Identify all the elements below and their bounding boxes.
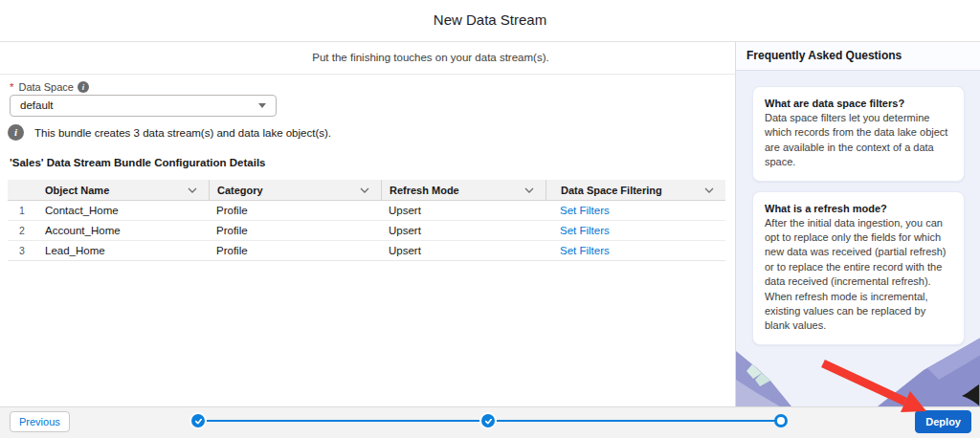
required-marker: * <box>10 81 13 93</box>
column-header-data-space-filtering[interactable]: Data Space Filtering <box>546 180 725 200</box>
faq-card-list: What are data space filters? Data space … <box>736 71 980 345</box>
previous-button[interactable]: Previous <box>10 411 70 432</box>
data-space-selected-value: default <box>20 96 54 116</box>
cell-refresh-mode: Upsert <box>381 201 546 220</box>
chevron-down-icon[interactable] <box>524 187 534 193</box>
set-filters-link[interactable]: Set Filters <box>560 245 610 256</box>
info-icon: i <box>8 124 24 141</box>
faq-answer: Data space filters let you determine whi… <box>765 111 952 170</box>
faq-card-refresh-mode: What is a refresh mode? After the initia… <box>752 191 965 345</box>
column-label: Refresh Mode <box>390 185 459 196</box>
row-number: 1 <box>8 201 36 220</box>
faq-heading: Frequently Asked Questions <box>736 42 980 71</box>
cell-category: Profile <box>209 201 381 220</box>
column-label: Category <box>217 185 263 196</box>
data-space-select[interactable]: default <box>10 95 277 117</box>
main-content: Put the finishing touches on your data s… <box>0 42 735 406</box>
chevron-down-icon[interactable] <box>704 187 714 193</box>
cell-refresh-mode: Upsert <box>381 241 546 260</box>
wizard-footer: Previous Deploy <box>0 406 980 438</box>
table-row: 2 Account_Home Profile Upsert Set Filter… <box>8 221 725 241</box>
dropdown-caret-icon <box>258 103 266 108</box>
wizard-header: New Data Stream <box>0 0 980 42</box>
row-number: 2 <box>8 221 36 240</box>
progress-step-2-complete[interactable] <box>481 414 495 427</box>
config-table: Object Name Category Refresh Mode Data S… <box>8 180 725 261</box>
check-icon <box>484 417 493 426</box>
set-filters-link[interactable]: Set Filters <box>560 225 610 236</box>
faq-answer: After the initial data ingestion, you ca… <box>765 216 952 334</box>
deploy-button[interactable]: Deploy <box>915 410 971 433</box>
check-icon <box>194 417 203 426</box>
row-number-header <box>8 180 36 200</box>
cell-category: Profile <box>209 221 381 240</box>
faq-question: What are data space filters? <box>765 98 952 109</box>
progress-step-3-current[interactable] <box>774 414 788 427</box>
page-title: New Data Stream <box>0 0 980 40</box>
cell-object-name: Lead_Home <box>36 241 209 260</box>
column-header-category[interactable]: Category <box>209 180 381 200</box>
table-row: 3 Lead_Home Profile Upsert Set Filters <box>8 241 725 260</box>
cell-refresh-mode: Upsert <box>381 221 546 240</box>
bundle-info-text: This bundle creates 3 data stream(s) and… <box>34 127 331 139</box>
table-header-row: Object Name Category Refresh Mode Data S… <box>8 180 725 201</box>
bird-icon <box>962 384 979 405</box>
step-subtitle: Put the finishing touches on your data s… <box>0 42 861 74</box>
bundle-config-heading: 'Sales' Data Stream Bundle Configuration… <box>10 157 265 168</box>
faq-card-data-space-filters: What are data space filters? Data space … <box>752 86 965 182</box>
faq-panel: Frequently Asked Questions What are <box>735 42 980 406</box>
chevron-down-icon[interactable] <box>360 187 369 193</box>
column-label: Data Space Filtering <box>561 185 662 196</box>
table-row: 1 Contact_Home Profile Upsert Set Filter… <box>8 201 725 221</box>
column-header-refresh-mode[interactable]: Refresh Mode <box>381 180 546 200</box>
chevron-down-icon[interactable] <box>188 187 197 193</box>
set-filters-link[interactable]: Set Filters <box>560 205 610 216</box>
cell-object-name: Contact_Home <box>36 201 209 220</box>
column-label: Object Name <box>45 185 109 196</box>
progress-step-1-complete[interactable] <box>191 414 205 427</box>
divider <box>0 74 735 75</box>
row-number: 3 <box>8 241 36 260</box>
info-icon[interactable]: i <box>78 81 89 93</box>
faq-question: What is a refresh mode? <box>765 203 952 214</box>
column-header-object-name[interactable]: Object Name <box>36 180 209 200</box>
bundle-info-message: i This bundle creates 3 data stream(s) a… <box>8 124 331 141</box>
data-space-field-label: * Data Space i <box>10 81 89 93</box>
cell-object-name: Account_Home <box>36 221 209 240</box>
cell-category: Profile <box>209 241 381 260</box>
data-space-label: Data Space <box>18 81 73 93</box>
